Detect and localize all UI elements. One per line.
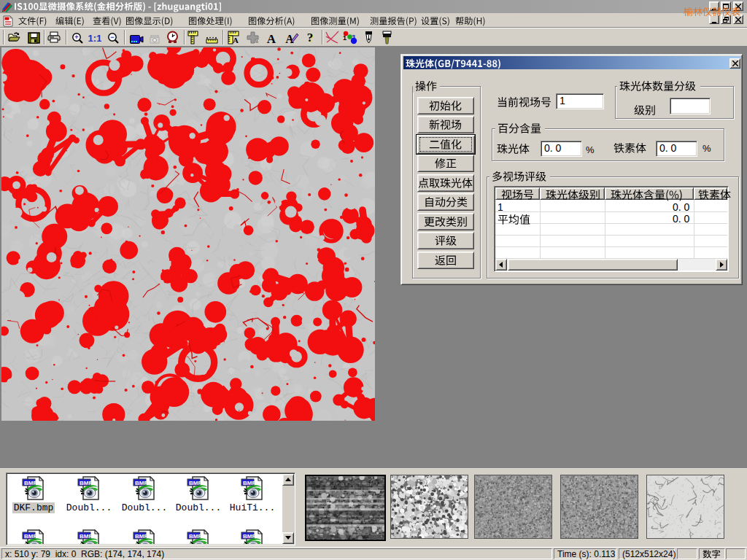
svg-text:A: A (267, 32, 276, 44)
svg-text:+: + (74, 34, 78, 41)
svg-text:1: 1 (343, 34, 347, 42)
svg-text:1:1: 1:1 (88, 33, 101, 43)
svg-text:?: ? (307, 31, 314, 44)
svg-text:−: − (110, 34, 114, 41)
svg-text:A: A (233, 36, 239, 44)
